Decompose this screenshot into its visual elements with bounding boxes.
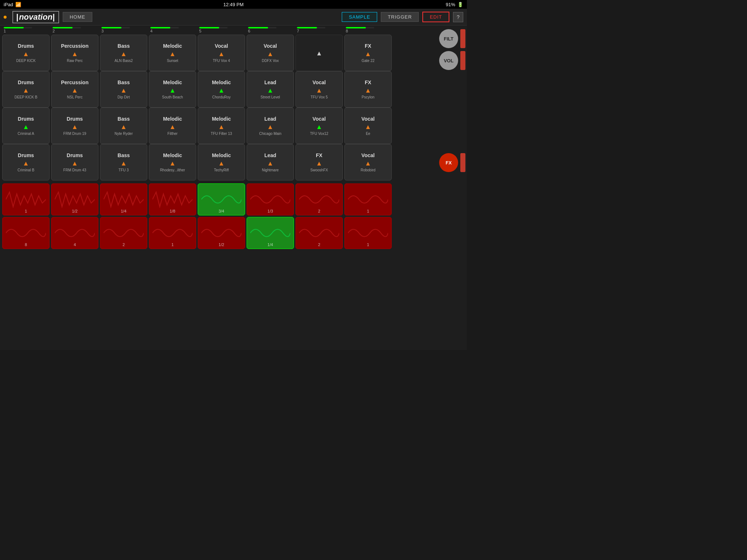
cell-name: Sunset: [167, 59, 178, 63]
pad-row1-2[interactable]: 1/2: [51, 183, 98, 215]
grid-row-4: Drums ▲ Criminal B Drums ▲ FRM Drum 43 B…: [2, 144, 465, 180]
cell-type: Melodic: [163, 79, 182, 85]
pad-row2-5[interactable]: 1/2: [198, 217, 245, 249]
cell-4-6[interactable]: Lead ▲ Nightmare: [247, 144, 294, 180]
cell-type: Drums: [18, 79, 34, 85]
cell-2-1[interactable]: Drums ▲ DEEP KICK B: [2, 71, 50, 108]
col-indicator-2: [53, 27, 81, 28]
cell-name: Street Level: [260, 95, 280, 99]
pad-row2-4[interactable]: 1: [149, 217, 196, 249]
filt-button[interactable]: FILT: [439, 29, 458, 48]
pad-row2-3[interactable]: 2: [100, 217, 147, 249]
col-num-7: 7: [297, 27, 344, 33]
cell-2-8[interactable]: FX ▲ Pscylon: [344, 71, 392, 108]
wifi-icon: 📶: [15, 2, 21, 7]
help-button[interactable]: ?: [453, 12, 463, 22]
pads-section: 1 1/2 1/4 1/8 3/4 1/3 2 1 8: [2, 183, 465, 249]
pads-row-1: 1 1/2 1/4 1/8 3/4 1/3 2 1: [2, 183, 465, 215]
pad-label: 1/3: [267, 209, 273, 213]
cell-icon: ▲: [316, 87, 322, 94]
cell-type: Bass: [117, 43, 129, 49]
cell-3-7[interactable]: Vocal ▲ TFU Vox12: [295, 108, 343, 144]
cell-name: Rhodesy...ilther: [160, 168, 185, 172]
cell-icon: ▲: [23, 87, 29, 94]
cell-name: DDFX Vox: [262, 59, 279, 63]
cell-3-8[interactable]: Vocal ▲ Ee: [344, 108, 392, 144]
pad-row2-2[interactable]: 4: [51, 217, 98, 249]
pad-row2-7[interactable]: 2: [295, 217, 343, 249]
cell-type: Melodic: [212, 79, 231, 85]
pad-row1-1[interactable]: 1: [2, 183, 50, 215]
cell-4-8[interactable]: Vocal ▲ Robobird: [344, 144, 392, 180]
cell-2-5[interactable]: Melodic ▲ ChorduRoy: [198, 71, 245, 108]
cell-icon: ▲: [169, 160, 176, 167]
cell-name: ChorduRoy: [212, 95, 231, 99]
cell-4-5[interactable]: Melodic ▲ TechyRiff: [198, 144, 245, 180]
pad-row1-6[interactable]: 1/3: [247, 183, 294, 215]
cell-name: Raw Perc: [67, 59, 82, 63]
cell-3-2[interactable]: Drums ▲ FRM Drum 19: [51, 108, 98, 144]
cell-icon: ▲: [316, 160, 322, 167]
cell-1-8[interactable]: FX ▲ Gate 22: [344, 35, 392, 71]
cell-icon: ▲: [218, 50, 225, 58]
cell-4-1[interactable]: Drums ▲ Criminal B: [2, 144, 50, 180]
cell-name: South Beach: [162, 95, 183, 99]
pad-row2-8[interactable]: 1: [344, 217, 392, 249]
pad-row1-5[interactable]: 3/4: [198, 183, 245, 215]
cell-1-4[interactable]: Melodic ▲ Sunset: [149, 35, 196, 71]
trigger-button[interactable]: TRIGGER: [381, 12, 419, 22]
vol-button[interactable]: VOL: [439, 51, 458, 70]
cell-icon: ▲: [267, 160, 274, 167]
cell-icon: ▲: [169, 87, 176, 94]
cell-2-3[interactable]: Bass ▲ Dip Dirt: [100, 71, 147, 108]
cell-3-4[interactable]: Melodic ▲ Filther: [149, 108, 196, 144]
cell-type: Drums: [18, 116, 34, 122]
cell-name: TFU Vox12: [310, 132, 328, 136]
cell-name: Dip Dirt: [117, 95, 129, 99]
cell-icon: ▲: [23, 123, 29, 131]
col-indicator-8: [346, 27, 374, 28]
cell-1-3[interactable]: Bass ▲ ALN Bass2: [100, 35, 147, 71]
grid-row-3: Drums ▲ Criminal A Drums ▲ FRM Drum 19 B…: [2, 108, 465, 144]
cell-icon: ▲: [365, 50, 371, 58]
edit-button[interactable]: EDIT: [422, 12, 449, 22]
cell-name: Nightmare: [262, 168, 279, 172]
cell-3-3[interactable]: Bass ▲ Nyte Ryder: [100, 108, 147, 144]
fx-button[interactable]: FX: [439, 153, 458, 172]
cell-icon: ▲: [365, 123, 371, 131]
cell-2-2[interactable]: Percussion ▲ NSL Perc: [51, 71, 98, 108]
pad-row2-6[interactable]: 1/4: [247, 217, 294, 249]
cell-icon: ▲: [365, 87, 371, 94]
cell-4-4[interactable]: Melodic ▲ Rhodesy...ilther: [149, 144, 196, 180]
pad-row1-3[interactable]: 1/4: [100, 183, 147, 215]
cell-3-1[interactable]: Drums ▲ Criminal A: [2, 108, 50, 144]
cell-name: Criminal B: [18, 168, 34, 172]
pad-row1-8[interactable]: 1: [344, 183, 392, 215]
cell-name: NSL Perc: [67, 95, 82, 99]
pad-label: 1/8: [170, 209, 175, 213]
cell-2-6[interactable]: Lead ▲ Street Level: [247, 71, 294, 108]
cell-4-2[interactable]: Drums ▲ FRM Drum 43: [51, 144, 98, 180]
cell-4-7[interactable]: FX ▲ SwooshFX: [295, 144, 343, 180]
cell-1-5[interactable]: Vocal ▲ TFU Vox 4: [198, 35, 245, 71]
cell-type: Vocal: [361, 116, 375, 122]
cell-1-6[interactable]: Vocal ▲ DDFX Vox: [247, 35, 294, 71]
cell-3-5[interactable]: Melodic ▲ TFU Filter 13: [198, 108, 245, 144]
column-numbers: 1 2 3 4 5 6 7 8: [2, 27, 465, 33]
cell-name: TFU Vox 4: [213, 59, 230, 63]
pad-row1-4[interactable]: 1/8: [149, 183, 196, 215]
battery-icon: 🔋: [457, 2, 463, 7]
pad-row2-1[interactable]: 8: [2, 217, 50, 249]
cell-4-3[interactable]: Bass ▲ TFU 3: [100, 144, 147, 180]
cell-type: Vocal: [313, 116, 326, 122]
cell-2-7[interactable]: Vocal ▲ TFU Vox 5: [295, 71, 343, 108]
pad-row1-7[interactable]: 2: [295, 183, 343, 215]
cell-1-1[interactable]: Drums ▲ DEEP KICK: [2, 35, 50, 71]
sample-button[interactable]: SAMPLE: [342, 12, 377, 22]
cell-1-7[interactable]: ▲: [295, 35, 343, 71]
cell-3-6[interactable]: Lead ▲ Chicago Main: [247, 108, 294, 144]
cell-2-4[interactable]: Melodic ▲ South Beach: [149, 71, 196, 108]
cell-name: Chicago Main: [259, 132, 281, 136]
cell-1-2[interactable]: Percussion ▲ Raw Perc: [51, 35, 98, 71]
home-button[interactable]: HOME: [63, 12, 92, 22]
